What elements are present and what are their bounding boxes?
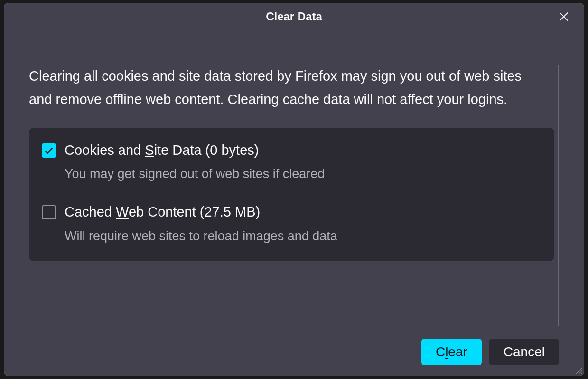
dialog-title: Clear Data [266, 10, 322, 23]
cache-label: Cached Web Content (27.5 MB) [65, 203, 337, 221]
body-scroll-area: Clearing all cookies and site data store… [29, 65, 559, 326]
close-icon [558, 10, 570, 23]
dialog-body: Clearing all cookies and site data store… [4, 30, 584, 334]
option-text: Cookies and Site Data (0 bytes) You may … [65, 142, 325, 183]
resize-grip-icon [574, 366, 583, 375]
cookies-checkbox[interactable] [42, 143, 56, 158]
cookies-label: Cookies and Site Data (0 bytes) [65, 142, 325, 160]
clear-data-dialog: Clear Data Clearing all cookies and site… [4, 3, 584, 376]
cancel-button[interactable]: Cancel [489, 339, 559, 365]
option-cached-web-content: Cached Web Content (27.5 MB) Will requir… [42, 203, 541, 245]
cache-checkbox[interactable] [42, 205, 56, 219]
resize-grip[interactable] [574, 366, 583, 375]
cache-sublabel: Will require web sites to reload images … [65, 228, 337, 245]
options-box: Cookies and Site Data (0 bytes) You may … [29, 128, 554, 262]
close-button[interactable] [555, 8, 572, 25]
dialog-description: Clearing all cookies and site data store… [29, 65, 556, 112]
svg-line-2 [576, 368, 582, 374]
clear-button[interactable]: Clear [421, 339, 482, 365]
checkmark-icon [44, 145, 54, 156]
option-cookies-site-data: Cookies and Site Data (0 bytes) You may … [42, 142, 541, 183]
cookies-sublabel: You may get signed out of web sites if c… [65, 166, 325, 182]
dialog-header: Clear Data [4, 3, 584, 30]
option-text: Cached Web Content (27.5 MB) Will requir… [65, 203, 337, 245]
svg-line-4 [581, 373, 582, 374]
dialog-footer: Clear Cancel [4, 334, 584, 376]
